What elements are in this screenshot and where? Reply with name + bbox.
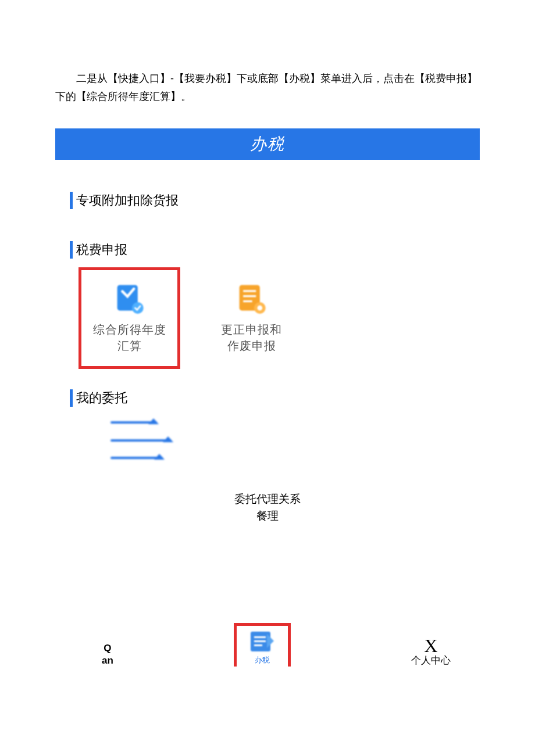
app-screenshot: 办税 专项附加扣除货报 税费申报 — [55, 128, 480, 667]
section-title: 税费申报 — [70, 241, 480, 259]
tax-nav-icon — [248, 629, 276, 654]
nav-profile[interactable]: X 个人中心 — [411, 636, 451, 667]
section-tax-declaration: 税费申报 综合所得年度 汇算 — [55, 241, 480, 369]
declaration-items: 综合所得年度 汇算 更正申报和 作废申报 — [79, 267, 480, 369]
section-title-text: 专项附加扣除货报 — [76, 192, 179, 209]
svg-point-7 — [257, 306, 262, 311]
section-title-bar-icon — [70, 241, 73, 259]
section-title-bar-icon — [70, 192, 73, 209]
bottom-nav: Q an 办税 X 个人中心 — [55, 623, 480, 667]
doc-correct-icon — [236, 282, 268, 314]
entrust-label-line1: 委托代理关系 — [55, 491, 480, 508]
profile-x-icon: X — [424, 636, 437, 655]
app-header: 办税 — [55, 128, 480, 160]
svg-rect-9 — [254, 636, 266, 638]
item-annual-settlement[interactable]: 综合所得年度 汇算 — [79, 267, 180, 369]
section-title-bar-icon — [70, 389, 73, 407]
entrust-label-block: 委托代理关系 餐理 — [55, 491, 480, 524]
svg-rect-4 — [243, 295, 256, 297]
section-my-entrust: 我的委托 — [55, 389, 480, 459]
svg-rect-3 — [243, 290, 256, 292]
svg-rect-11 — [254, 644, 262, 646]
nav-tax[interactable]: 办税 — [234, 623, 291, 667]
nav-home[interactable]: Q an — [102, 643, 113, 667]
entrust-relation-icon[interactable] — [110, 421, 174, 459]
svg-rect-10 — [254, 640, 266, 642]
item-label: 综合所得年度 汇算 — [93, 321, 166, 354]
section-title-text: 税费申报 — [76, 241, 127, 259]
nav-left-line1: Q — [104, 643, 111, 654]
intro-paragraph: 二是从【快捷入口】-【我要办税】下或底部【办税】菜单进入后，点击在【税费申报】下… — [55, 70, 480, 105]
nav-left-line2: an — [102, 655, 113, 667]
item-correction-declaration[interactable]: 更正申报和 作废申报 — [201, 267, 302, 369]
item-label: 更正申报和 作废申报 — [221, 321, 282, 354]
app-header-title: 办税 — [250, 135, 285, 153]
doc-check-icon — [113, 282, 145, 314]
section-title: 我的委托 — [70, 389, 480, 407]
svg-rect-5 — [243, 300, 252, 302]
section-title: 专项附加扣除货报 — [70, 192, 480, 209]
entrust-label-line2: 餐理 — [55, 508, 480, 525]
section-title-text: 我的委托 — [76, 389, 127, 407]
nav-tax-label: 办税 — [255, 655, 270, 665]
nav-profile-label: 个人中心 — [411, 655, 451, 667]
section-special-deduction: 专项附加扣除货报 — [55, 192, 480, 209]
